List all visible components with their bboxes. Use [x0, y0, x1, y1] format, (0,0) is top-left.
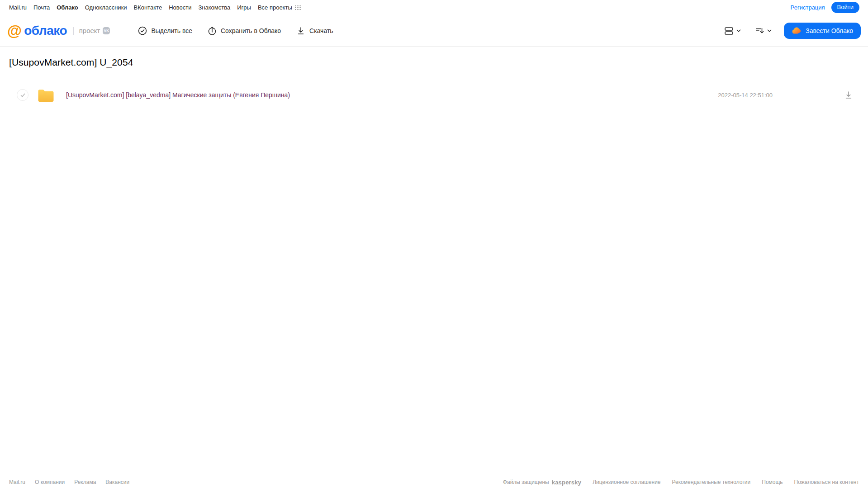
main-content: [UsupovMarket.com] U_2054 [UsupovMarket.…	[0, 47, 868, 108]
kaspersky-logo[interactable]: kaspersky	[552, 479, 581, 486]
toolbar-actions: Выделить все Сохранить в Облако Скачать	[138, 26, 333, 35]
nav-odnoklassniki[interactable]: Одноклассники	[85, 4, 127, 11]
footer-jobs[interactable]: Вакансии	[105, 479, 129, 485]
sort-dropdown[interactable]	[753, 24, 774, 37]
nav-mailru[interactable]: Mail.ru	[9, 4, 27, 11]
footer-about[interactable]: О компании	[35, 479, 65, 485]
portal-links: Mail.ru Почта Облако Одноклассники ВКонт…	[9, 4, 301, 11]
list-view-icon	[724, 26, 734, 35]
download-label: Скачать	[309, 27, 333, 34]
cloud-upload-icon	[208, 26, 217, 35]
nav-vkontakte[interactable]: ВКонтакте	[134, 4, 162, 11]
orange-cloud-icon	[792, 27, 802, 34]
sort-icon	[755, 26, 764, 35]
row-checkbox[interactable]	[17, 89, 28, 101]
save-to-cloud-label: Сохранить в Облако	[221, 27, 281, 34]
file-date: 2022-05-14 22:51:00	[718, 92, 773, 99]
download-icon	[296, 26, 305, 35]
footer-recommendations[interactable]: Рекомендательные технологии	[672, 479, 751, 485]
file-row[interactable]: [UsupovMarket.com] [belaya_vedma] Магиче…	[0, 82, 868, 108]
footer-mailru[interactable]: Mail.ru	[9, 479, 25, 485]
view-mode-dropdown[interactable]	[722, 24, 743, 37]
save-to-cloud-button[interactable]: Сохранить в Облако	[208, 26, 281, 35]
row-download-icon[interactable]	[844, 90, 853, 99]
footer-license[interactable]: Лицензионное соглашение	[593, 479, 660, 485]
nav-all-projects[interactable]: Все проекты	[258, 4, 301, 11]
nav-novosti[interactable]: Новости	[169, 4, 191, 11]
footer-left-links: Mail.ru О компании Реклама Вакансии	[9, 479, 129, 485]
vk-logo-icon: VK	[103, 27, 110, 34]
get-cloud-button[interactable]: Завести Облако	[784, 23, 861, 39]
nav-pochta[interactable]: Почта	[33, 4, 50, 11]
apps-grid-icon	[295, 5, 301, 10]
select-all-label: Выделить все	[151, 27, 192, 34]
logo-divider: |	[72, 26, 75, 35]
auth-area: Регистрация Войти	[791, 2, 859, 13]
check-circle-icon	[138, 26, 147, 35]
cloud-logo[interactable]: @ облако | проект VK	[7, 23, 110, 38]
file-name-link[interactable]: [UsupovMarket.com] [belaya_vedma] Магиче…	[66, 91, 718, 99]
protected-label: Файлы защищены	[503, 479, 549, 485]
project-vk-label: проект VK	[79, 27, 110, 34]
chevron-down-icon	[736, 28, 741, 33]
registration-link[interactable]: Регистрация	[791, 4, 825, 11]
checkmark-icon	[20, 92, 26, 98]
download-button[interactable]: Скачать	[296, 26, 333, 35]
footer-ads[interactable]: Реклама	[74, 479, 96, 485]
project-label: проект	[79, 27, 100, 34]
toolbar-right: Завести Облако	[722, 23, 861, 39]
nav-znakomstva[interactable]: Знакомства	[198, 4, 230, 11]
cloud-logo-text: облако	[24, 24, 67, 38]
get-cloud-label: Завести Облако	[806, 27, 853, 34]
folder-icon	[37, 88, 55, 102]
select-all-button[interactable]: Выделить все	[138, 26, 192, 35]
footer-right-links: Файлы защищены kaspersky Лицензионное со…	[503, 479, 859, 486]
footer-help[interactable]: Помощь	[762, 479, 783, 485]
page-footer: Mail.ru О компании Реклама Вакансии Файл…	[0, 476, 868, 488]
kaspersky-protected: Файлы защищены kaspersky	[503, 479, 581, 486]
page-title: [UsupovMarket.com] U_2054	[0, 57, 868, 68]
nav-igry[interactable]: Игры	[237, 4, 251, 11]
footer-report[interactable]: Пожаловаться на контент	[794, 479, 859, 485]
login-button[interactable]: Войти	[831, 2, 859, 13]
all-projects-label: Все проекты	[258, 4, 292, 11]
mailru-at-icon: @	[7, 23, 21, 38]
chevron-down-icon	[767, 28, 772, 33]
cloud-toolbar: @ облако | проект VK Выделить все	[0, 15, 868, 47]
portal-navbar: Mail.ru Почта Облако Одноклассники ВКонт…	[0, 0, 868, 15]
nav-oblako[interactable]: Облако	[57, 4, 78, 11]
